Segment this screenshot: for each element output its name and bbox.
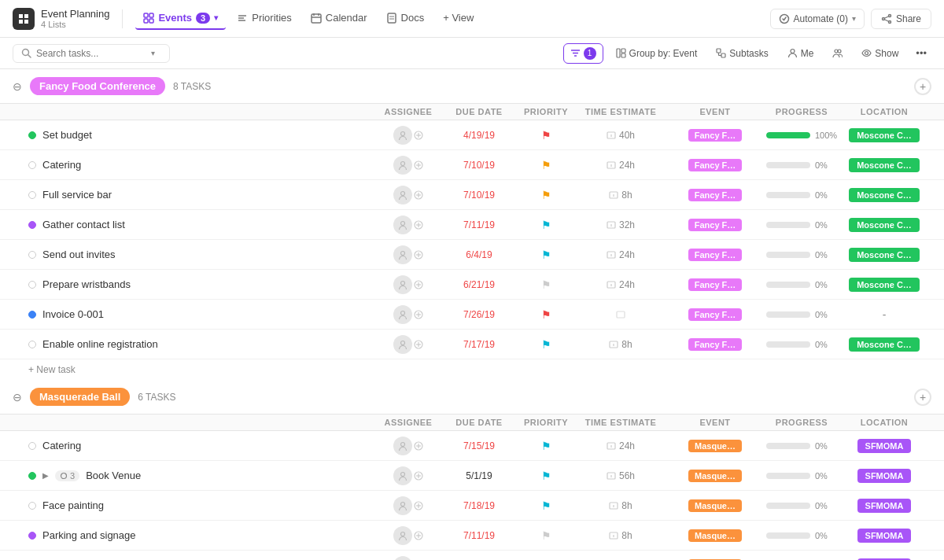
location-cell: Moscone C…: [837, 248, 931, 262]
group-by-button[interactable]: Group by: Event: [610, 45, 704, 62]
task-status-dot[interactable]: [28, 191, 36, 199]
show-button[interactable]: Show: [855, 45, 905, 62]
progress-bar-bg: [766, 532, 810, 539]
task-status-dot[interactable]: [28, 341, 36, 348]
task-status-dot[interactable]: [28, 161, 36, 169]
progress-pct: 0%: [815, 340, 837, 349]
table-row[interactable]: Parking and signage 7/11/19 ⚑ 8h Masque…: [0, 521, 944, 551]
time-cell: 32h: [577, 219, 664, 230]
task-name: Gather contact list: [42, 219, 125, 230]
table-row[interactable]: Set budget 4/19/19 ⚑ 40h Fancy F…: [0, 120, 944, 150]
event-cell: Masque…: [664, 499, 766, 512]
table-row[interactable]: Determine registration fees 7/1/19 ⚑ 8h …: [0, 551, 944, 560]
me-button[interactable]: Me: [781, 45, 820, 62]
automate-label: Automate (0): [794, 13, 848, 24]
add-task-group-masquerade[interactable]: +: [914, 389, 931, 406]
event-cell: Masque…: [664, 440, 766, 452]
group-collapse-masquerade[interactable]: ⊖: [13, 391, 22, 403]
table-row[interactable]: Send out invites 6/4/19 ⚑ 24h Fancy F…: [0, 240, 944, 270]
app-title-name: Event Planning: [41, 8, 109, 20]
priority-flag: ⚑: [541, 249, 551, 261]
share-button[interactable]: Share: [871, 9, 931, 29]
automate-button[interactable]: Automate (0) ▾: [770, 9, 865, 29]
progress-pct: 0%: [815, 190, 837, 200]
group-icon: [616, 48, 626, 58]
location-badge: Moscone C…: [849, 248, 920, 262]
search-box[interactable]: ▾: [13, 44, 170, 63]
svg-line-25: [28, 55, 31, 58]
table-row[interactable]: Full service bar 7/10/19 ⚑ 8h Fancy F…: [0, 180, 944, 210]
task-status-dot[interactable]: [28, 442, 36, 450]
priority-cell: ⚑: [514, 159, 577, 171]
table-row[interactable]: Invoice 0-001 7/26/19 ⚑ Fancy F…: [0, 300, 944, 330]
tab-calendar[interactable]: Calendar: [303, 7, 375, 30]
tab-view[interactable]: + View: [435, 7, 481, 30]
group-label-fancy[interactable]: Fancy Food Conference: [30, 77, 165, 95]
priority-flag: ⚑: [541, 129, 551, 142]
time-icon: [609, 501, 618, 510]
table-row[interactable]: Gather contact list 7/11/19 ⚑ 32h Fancy …: [0, 210, 944, 240]
due-date-cell: 7/10/19: [444, 160, 514, 171]
more-options-button[interactable]: •••: [911, 44, 931, 62]
tab-docs[interactable]: Docs: [378, 7, 433, 30]
tab-events[interactable]: Events 3 ▾: [135, 7, 226, 30]
task-status-dot[interactable]: [28, 502, 36, 510]
svg-line-22: [884, 16, 888, 17]
assignee-avatar: [393, 245, 412, 264]
filter-button[interactable]: 1: [563, 43, 603, 64]
avatar-icon: [397, 219, 408, 230]
progress-bar-bg: [766, 341, 810, 348]
add-assignee-icon: [414, 190, 423, 200]
col-event: EVENT: [664, 107, 766, 116]
task-status-dot[interactable]: [28, 131, 36, 139]
tab-priorities[interactable]: Priorities: [229, 7, 300, 30]
table-row[interactable]: ▶ 3 Book Venue 5/1/19 ⚑ 56h Masque…: [0, 461, 944, 491]
svg-rect-2: [19, 20, 23, 24]
main-content: ⊖ Fancy Food Conference 8 TASKS + ASSIGN…: [0, 69, 944, 560]
table-row[interactable]: Prepare wristbands 6/21/19 ⚑ 24h Fancy F…: [0, 270, 944, 300]
search-icon: [21, 48, 31, 58]
assignee-cell: [373, 245, 444, 264]
task-name: Full service bar: [42, 189, 112, 201]
header-divider: [122, 9, 123, 28]
group-by-label: Group by: Event: [629, 48, 698, 59]
svg-point-38: [838, 50, 841, 53]
location-cell: Moscone C…: [837, 218, 931, 232]
new-task-fancy[interactable]: + New task: [0, 359, 944, 380]
group-collapse-fancy[interactable]: ⊖: [13, 80, 22, 93]
task-status-dot[interactable]: [28, 472, 36, 480]
expand-arrow[interactable]: ▶: [42, 471, 49, 480]
table-row[interactable]: Catering 7/10/19 ⚑ 24h Fancy F…: [0, 150, 944, 180]
assignee-cell: [373, 526, 444, 545]
add-task-group-fancy[interactable]: +: [914, 78, 931, 95]
task-status-dot[interactable]: [28, 251, 36, 259]
subtasks-button[interactable]: Subtasks: [710, 45, 774, 62]
group-label-masquerade[interactable]: Masquerade Ball: [30, 388, 130, 406]
table-row[interactable]: Catering 7/15/19 ⚑ 24h Masque…: [0, 431, 944, 461]
table-row[interactable]: Face painting 7/18/19 ⚑ 8h Masque…: [0, 491, 944, 521]
task-status-dot[interactable]: [28, 532, 36, 540]
progress-pct: 0%: [815, 220, 837, 230]
table-row[interactable]: Enable online registration 7/17/19 ⚑ 8h …: [0, 330, 944, 359]
search-input[interactable]: [36, 48, 146, 59]
task-status-dot[interactable]: [28, 311, 36, 319]
svg-rect-6: [144, 19, 148, 23]
time-cell-empty: [577, 310, 664, 319]
task-status-dot[interactable]: [28, 281, 36, 289]
col-progress: PROGRESS: [766, 418, 837, 427]
avatar-icon: [397, 249, 408, 260]
priority-flag: ⚑: [541, 440, 551, 452]
time-cell: 24h: [577, 279, 664, 290]
location-badge: SFMOMA: [857, 439, 912, 453]
add-assignee-icon: [414, 220, 423, 230]
due-date-cell: 7/11/19: [444, 530, 514, 541]
subtasks-label: Subtasks: [729, 48, 768, 59]
col-assignee: ASSIGNEE: [373, 418, 444, 427]
assignee-avatar: [393, 335, 412, 354]
people-button[interactable]: [826, 45, 849, 61]
task-status-dot[interactable]: [28, 221, 36, 229]
task-name-cell: Catering: [28, 159, 373, 171]
event-cell: Fancy F…: [664, 129, 766, 142]
svg-point-93: [61, 473, 67, 478]
svg-rect-4: [144, 13, 148, 17]
